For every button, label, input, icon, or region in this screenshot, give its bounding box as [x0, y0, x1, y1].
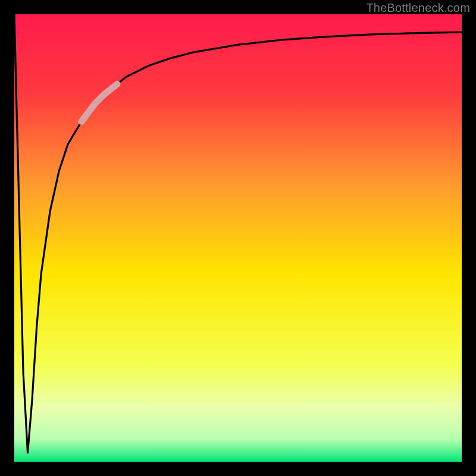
- chart-svg: [14, 14, 462, 462]
- plot-area: [14, 14, 462, 462]
- attribution-label: TheBottleneck.com: [366, 1, 470, 15]
- gradient-background: [14, 14, 462, 462]
- chart-frame: TheBottleneck.com: [0, 0, 476, 476]
